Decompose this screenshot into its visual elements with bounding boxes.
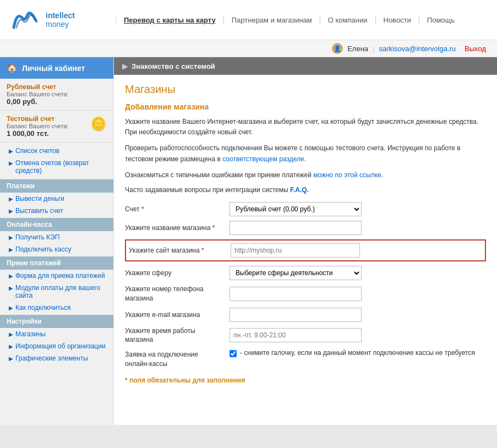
main-layout: 🏠 Личный кабинет Рублевый счет Баланс Ва… xyxy=(0,57,497,425)
nav-company[interactable]: О компании xyxy=(320,16,376,24)
nav-help[interactable]: Помощь xyxy=(419,16,462,24)
shop-site-label: Укажите сайт магазина * xyxy=(129,247,225,254)
email-label: Укажите e-mail магазина xyxy=(125,311,224,319)
logo-money: money xyxy=(46,20,75,29)
shop-site-field[interactable] xyxy=(231,243,360,258)
kassa-note: - снимите галочку, если на данный момент… xyxy=(240,349,475,357)
arrow-icon12: ▶ xyxy=(9,356,13,362)
email-field[interactable] xyxy=(230,308,362,322)
sidebar-item-cancel-accounts[interactable]: ▶ Отмена счетов (возврат средств) xyxy=(0,157,113,177)
nav-news[interactable]: Новости xyxy=(376,16,419,24)
sphere-input: Выберите сферы деятельности xyxy=(230,266,362,280)
work-time-field[interactable] xyxy=(230,328,362,342)
required-star2: * xyxy=(212,224,215,232)
sidebar-item-get-kep[interactable]: ▶ Получить КЭП xyxy=(0,231,113,243)
page-title: Магазины xyxy=(125,83,486,96)
user-email[interactable]: sarkisova@intervolga.ru xyxy=(379,45,456,53)
sidebar-item-graphics[interactable]: ▶ Графические элементы xyxy=(0,352,113,364)
phone-input xyxy=(230,287,362,301)
arrow-icon4: ▶ xyxy=(9,208,13,214)
arrow-icon2: ▶ xyxy=(9,160,13,166)
settings-title: Настройки xyxy=(0,315,113,328)
email-input xyxy=(230,308,362,322)
arrow-icon7: ▶ xyxy=(9,273,13,279)
required-star3: * xyxy=(201,247,204,254)
ruble-account-link[interactable]: Рублевый счет xyxy=(7,83,107,91)
phone-field[interactable] xyxy=(230,287,362,301)
sidebar-item-connect-kassa[interactable]: ▶ Подключить кассу xyxy=(0,243,113,255)
section-title: Добавление магазина xyxy=(125,102,486,111)
desc2-link[interactable]: соответствующем разделе xyxy=(222,155,304,163)
test-balance-label: Баланс Вашего счета: xyxy=(7,123,69,129)
kassa-label: Заявка на подключение онлайн-кассы xyxy=(125,349,224,369)
divider: | xyxy=(373,45,374,53)
header-nav: Перевод с карты на карту Партнерам и маг… xyxy=(116,16,486,24)
phone-label: Укажите номер телефона магазина xyxy=(125,285,224,303)
section-online-kassa: Онлайн-касса ▶ Получить КЭП ▶ Подключить… xyxy=(0,218,113,255)
shop-name-field[interactable] xyxy=(230,221,362,235)
sidebar-item-payment-modules[interactable]: ▶ Модули оплаты для вашего сайта xyxy=(0,282,113,302)
nav-transfer[interactable]: Перевод с карты на карту xyxy=(116,16,224,24)
form-row-shop-site: Укажите сайт магазина * xyxy=(125,239,486,261)
kassa-checkbox-area: - снимите галочку, если на данный момент… xyxy=(230,349,486,357)
arrow-icon3: ▶ xyxy=(9,196,13,202)
form-row-account: Счет * Рублевый счет (0,00 руб.) xyxy=(125,202,486,216)
desc3-link[interactable]: можно по этой ссылке xyxy=(313,171,381,179)
logo-intellect: intellect xyxy=(46,11,75,20)
section-accept-payments: Прием платежей ▶ Форма для приема платеж… xyxy=(0,256,113,314)
arrow-icon11: ▶ xyxy=(9,343,13,349)
form-row-kassa: Заявка на подключение онлайн-кассы - сни… xyxy=(125,349,486,369)
sidebar-item-withdraw[interactable]: ▶ Вывести деньги xyxy=(0,193,113,205)
sidebar-item-how-connect[interactable]: ▶ Как подключиться xyxy=(0,302,113,314)
sidebar-item-payment-form[interactable]: ▶ Форма для приема платежей xyxy=(0,270,113,282)
arrow-icon: ▶ xyxy=(9,148,13,154)
sidebar-header: 🏠 Личный кабинет xyxy=(0,57,113,79)
test-account-link[interactable]: Тестовый счет xyxy=(7,115,69,123)
kassa-checkbox[interactable] xyxy=(230,350,237,357)
breadcrumb-arrow-icon: ▶ xyxy=(122,62,128,70)
right-side: ▶ Знакомство с системой Магазины Добавле… xyxy=(114,57,497,425)
account-input: Рублевый счет (0,00 руб.) xyxy=(230,202,362,216)
breadcrumb-bar: ▶ Знакомство с системой xyxy=(114,57,497,75)
faq-link[interactable]: F.A.Q. xyxy=(290,186,309,194)
accept-payments-title: Прием платежей xyxy=(0,256,113,270)
faq-before: Часто задаваемые вопросы при интеграции … xyxy=(125,186,290,194)
shop-site-input xyxy=(231,243,360,258)
sidebar-accounts-section: ▶ Список счетов ▶ Отмена счетов (возврат… xyxy=(0,143,113,179)
sidebar-item-shops[interactable]: ▶ Магазины xyxy=(0,328,113,340)
form-row-email: Укажите e-mail магазина xyxy=(125,308,486,322)
ruble-balance-label: Баланс Вашего счета: xyxy=(7,91,107,97)
nav-partners[interactable]: Партнерам и магазинам xyxy=(224,16,320,24)
user-name: Елена xyxy=(347,45,368,53)
form-row-shop-name: Укажите название магазина * xyxy=(125,221,486,235)
house-icon: 🏠 xyxy=(7,63,18,73)
desc3-after: . xyxy=(381,171,383,179)
sidebar-item-accounts-list[interactable]: ▶ Список счетов xyxy=(0,145,113,157)
user-logout[interactable]: Выход xyxy=(465,45,486,53)
form-row-work-time: Укажите время работы магазина xyxy=(125,326,486,345)
form-row-phone: Укажите номер телефона магазина xyxy=(125,285,486,303)
arrow-icon8: ▶ xyxy=(9,285,13,291)
logo-text: intellect money xyxy=(46,11,75,29)
description2: Проверить работоспособность подключения … xyxy=(125,143,486,164)
user-bar: 👤 Елена | sarkisova@intervolga.ru Выход xyxy=(0,40,497,57)
sidebar-item-issue-invoice[interactable]: ▶ Выставить счет xyxy=(0,205,113,217)
online-kassa-title: Онлайн-касса xyxy=(0,218,113,231)
required-note: * поля обязательны для заполнения xyxy=(125,375,486,385)
description3: Ознакомиться с типичными ошибками при пр… xyxy=(125,170,486,181)
required-star: * xyxy=(141,205,144,213)
accounts-list-label: Список счетов xyxy=(15,147,59,155)
desc3-before: Ознакомиться с типичными ошибками при пр… xyxy=(125,171,313,179)
form-row-sphere: Укажите сферу Выберите сферы деятельност… xyxy=(125,266,486,280)
account-select[interactable]: Рублевый счет (0,00 руб.) xyxy=(230,202,362,216)
logo-icon xyxy=(11,7,41,33)
test-balance: 1 000,00 тст. xyxy=(7,129,69,138)
ruble-balance: 0,00 руб. xyxy=(7,97,107,106)
section-payments: Платежи ▶ Вывести деньги ▶ Выставить сче… xyxy=(0,179,113,217)
shop-name-input xyxy=(230,221,362,235)
arrow-icon5: ▶ xyxy=(9,234,13,241)
desc2-after: . xyxy=(304,155,306,163)
sidebar-item-org-info[interactable]: ▶ Информация об организации xyxy=(0,340,113,352)
sphere-label: Укажите сферу xyxy=(125,269,224,277)
sphere-select[interactable]: Выберите сферы деятельности xyxy=(230,266,362,280)
